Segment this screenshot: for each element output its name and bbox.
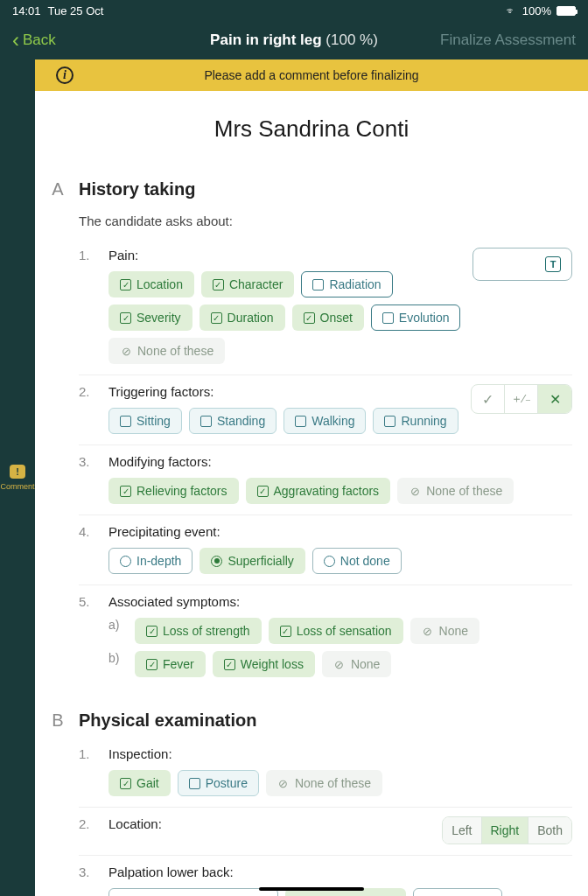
- chip-none[interactable]: ⊘None: [322, 651, 391, 677]
- score-check[interactable]: ✓: [472, 385, 505, 413]
- chip-completed[interactable]: Completed satisfactorily: [108, 888, 278, 896]
- chip-fever[interactable]: Fever: [135, 651, 206, 677]
- section-title: History taking: [79, 179, 195, 200]
- text-note-button[interactable]: T: [472, 248, 572, 281]
- home-indicator: [259, 887, 364, 891]
- chip-radiation[interactable]: Radiation: [301, 271, 392, 298]
- chip-character[interactable]: Character: [201, 271, 294, 298]
- back-button[interactable]: ‹ Back: [12, 30, 56, 51]
- loc-right[interactable]: Right: [482, 817, 529, 844]
- qnum: 5.: [79, 594, 96, 609]
- chip-walking[interactable]: Walking: [284, 408, 366, 434]
- section-hint: The candidate asks about:: [79, 206, 572, 239]
- subletter: b): [108, 651, 124, 665]
- finalize-button[interactable]: Finalize Assessment: [440, 32, 576, 49]
- chip-relieving[interactable]: Relieving factors: [108, 478, 239, 504]
- qlabel: Pain:: [108, 248, 464, 262]
- qnum: 3.: [79, 864, 96, 879]
- qlabel: Precipitating event:: [108, 524, 572, 539]
- banner-text: Please add a comment before finalizing: [204, 68, 418, 82]
- warning-banner: i Please add a comment before finalizing: [35, 60, 588, 91]
- qnum: 1.: [79, 248, 96, 262]
- info-icon: i: [56, 66, 74, 84]
- chip-posture[interactable]: Posture: [178, 770, 259, 796]
- section-letter: B: [51, 710, 65, 731]
- comment-icon: !: [10, 465, 25, 479]
- location-control: Left Right Both: [442, 816, 572, 844]
- loc-left[interactable]: Left: [443, 817, 481, 844]
- chip-evolution[interactable]: Evolution: [371, 304, 461, 331]
- battery-icon: [556, 6, 576, 16]
- battery-pct: 100%: [522, 4, 551, 18]
- text-icon: T: [545, 256, 561, 272]
- status-bar: 14:01 Tue 25 Oct ᯤ 100%: [0, 0, 588, 21]
- qnum: 2.: [79, 816, 96, 831]
- qnum: 2.: [79, 384, 96, 399]
- comment-button[interactable]: ! Comment: [0, 465, 34, 491]
- score-half[interactable]: ＋∕₋: [505, 385, 538, 413]
- qlabel: Associated symptoms:: [108, 594, 572, 609]
- score-x[interactable]: ✕: [538, 385, 571, 413]
- chip-none[interactable]: ⊘None of these: [397, 478, 514, 504]
- qlabel: Modifying factors:: [108, 454, 572, 469]
- comment-label: Comment: [0, 482, 34, 491]
- wifi-icon: ᯤ: [506, 4, 517, 18]
- chevron-left-icon: ‹: [12, 30, 19, 51]
- qnum: 3.: [79, 454, 96, 469]
- chip-loss-sensation[interactable]: Loss of sensation: [269, 618, 403, 644]
- qnum: 4.: [79, 524, 96, 539]
- section-letter: A: [51, 179, 65, 200]
- qlabel: Palpation lower back:: [108, 864, 572, 879]
- chip-aggravating[interactable]: Aggravating factors: [246, 478, 391, 504]
- nav-bar: ‹ Back Pain in right leg (100 %) Finaliz…: [0, 21, 588, 60]
- chip-notdone[interactable]: Not done: [312, 548, 402, 574]
- section-title: Physical examination: [79, 710, 256, 731]
- qlabel: Triggering factors:: [108, 384, 462, 399]
- loc-both[interactable]: Both: [528, 817, 571, 844]
- qnum: 1.: [79, 746, 96, 761]
- chip-none[interactable]: ⊘None: [410, 618, 480, 644]
- back-label: Back: [23, 32, 56, 49]
- chip-none[interactable]: ⊘None of these: [108, 338, 225, 364]
- page-title: Pain in right leg (100 %): [210, 32, 378, 49]
- subletter: a): [108, 618, 124, 632]
- chip-gait[interactable]: Gait: [108, 770, 171, 796]
- status-time: 14:01: [12, 4, 41, 18]
- chip-sitting[interactable]: Sitting: [108, 408, 182, 434]
- chip-location[interactable]: Location: [108, 271, 194, 298]
- chip-weight[interactable]: Weight loss: [213, 651, 315, 677]
- chip-standing[interactable]: Standing: [189, 408, 276, 434]
- chip-severity[interactable]: Severity: [108, 304, 192, 331]
- chip-indepth[interactable]: In-depth: [108, 548, 192, 574]
- chip-notdone[interactable]: Not done: [413, 888, 502, 896]
- chip-none[interactable]: ⊘None of these: [266, 770, 382, 796]
- patient-name: Mrs Sandrina Conti: [35, 91, 588, 169]
- chip-onset[interactable]: Onset: [292, 304, 364, 331]
- score-control: ✓ ＋∕₋ ✕: [471, 384, 572, 414]
- chip-running[interactable]: Running: [373, 408, 458, 434]
- chip-loss-strength[interactable]: Loss of strength: [135, 618, 262, 644]
- chip-superficially[interactable]: Superficially: [200, 548, 304, 574]
- status-date: Tue 25 Oct: [48, 4, 104, 18]
- chip-duration[interactable]: Duration: [200, 304, 285, 331]
- left-rail: ! Comment: [0, 60, 35, 896]
- qlabel: Inspection:: [108, 746, 572, 761]
- main-content: i Please add a comment before finalizing…: [35, 60, 588, 896]
- qlabel: Location:: [108, 816, 433, 831]
